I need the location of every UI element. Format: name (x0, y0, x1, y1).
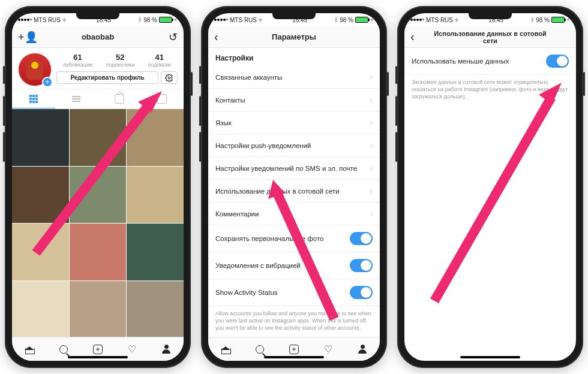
saved-icon (157, 94, 167, 104)
chevron-right-icon: › (370, 73, 373, 82)
settings-toggle-row[interactable]: Сохранять первоначальные фото (208, 225, 380, 252)
row-label: Настройки уведомлений по SMS и эл. почте (215, 165, 370, 172)
nav-profile[interactable] (149, 337, 184, 361)
add-user-icon[interactable]: +👤 (18, 31, 38, 44)
chevron-right-icon: › (370, 186, 373, 195)
photo-thumbnail[interactable] (127, 109, 184, 166)
photo-thumbnail[interactable] (12, 224, 69, 280)
settings-toggle-row[interactable]: Show Activity Status (208, 279, 380, 306)
history-icon[interactable] (169, 31, 178, 44)
photo-thumbnail[interactable] (12, 281, 69, 337)
page-title: Использование данных в сотовой сети (432, 30, 548, 44)
settings-toggle-row[interactable]: Уведомления с вибрацией (208, 252, 380, 279)
photo-thumbnail[interactable] (127, 224, 184, 280)
search-icon (59, 345, 68, 354)
toggle-switch[interactable] (350, 286, 373, 299)
battery-icon (159, 17, 172, 23)
photos-of-you-icon (115, 94, 124, 104)
heart-icon: ♡ (128, 343, 136, 355)
photo-thumbnail[interactable] (12, 167, 69, 224)
plus-icon: + (93, 345, 103, 354)
chevron-right-icon: › (370, 141, 373, 150)
wifi-icon: ᯤ (62, 17, 68, 23)
add-story-badge[interactable]: + (42, 77, 53, 88)
username[interactable]: obaobab (40, 32, 156, 41)
settings-button[interactable] (161, 71, 178, 84)
section-header: Настройки (208, 48, 380, 66)
settings-row[interactable]: Настройки push-уведомлений› (208, 134, 380, 157)
charging-icon: ⚡︎ (174, 17, 178, 23)
tab-saved[interactable] (141, 89, 184, 108)
settings-row[interactable]: Связанные аккаунты› (208, 66, 380, 89)
svg-point-0 (168, 77, 170, 79)
toggle-switch[interactable] (350, 232, 373, 245)
avatar[interactable]: + (18, 53, 52, 86)
bluetooth-icon: ᛒ (139, 17, 142, 23)
nav-home[interactable] (208, 337, 242, 361)
photo-thumbnail[interactable] (70, 281, 127, 337)
nav-profile[interactable] (346, 337, 380, 361)
cellular-header: ‹ Использование данных в сотовой сети (404, 26, 576, 48)
row-label: Комментарии (215, 210, 370, 218)
stat-posts[interactable]: 61публикации (63, 53, 92, 68)
back-button[interactable]: ‹ (214, 30, 218, 44)
toggle-label: Использовать меньше данных (412, 58, 546, 65)
chevron-right-icon: › (370, 118, 373, 127)
settings-row[interactable]: Комментарии› (208, 203, 380, 225)
edit-profile-button[interactable]: Редактировать профиль (56, 71, 158, 84)
chevron-right-icon: › (370, 209, 373, 218)
settings-header: ‹ Параметры (208, 26, 380, 48)
back-button[interactable]: ‹ (410, 30, 415, 44)
settings-row[interactable]: Язык› (208, 111, 380, 134)
gear-icon (165, 74, 173, 82)
row-label: Show Activity Status (215, 289, 350, 296)
tab-tagged[interactable] (98, 89, 141, 108)
photo-thumbnail[interactable] (70, 109, 127, 166)
signal-icon (18, 19, 32, 21)
person-icon (161, 345, 171, 354)
row-label: Настройки push-уведомлений (215, 142, 370, 149)
list-icon (72, 96, 80, 102)
nav-home[interactable] (12, 337, 46, 361)
profile-header: +👤 obaobab (12, 26, 184, 48)
toggle-switch[interactable] (350, 259, 373, 272)
settings-row[interactable]: Контакты› (208, 89, 380, 111)
row-label: Связанные аккаунты (215, 74, 370, 81)
chevron-right-icon: › (370, 95, 373, 104)
activity-footnote: Allow accounts you follow and anyone you… (208, 306, 380, 337)
use-less-data-toggle[interactable] (546, 55, 569, 68)
row-label: Использование данных в сотовой сети (215, 188, 370, 195)
settings-row[interactable]: Использование данных в сотовой сети› (208, 180, 380, 203)
row-label: Сохранять первоначальные фото (215, 235, 350, 242)
settings-row[interactable]: Настройки уведомлений по SMS и эл. почте… (208, 157, 380, 180)
home-icon (25, 345, 34, 354)
grid-icon (29, 95, 38, 103)
page-title: Параметры (236, 32, 352, 41)
photo-thumbnail[interactable] (127, 281, 184, 337)
row-label: Язык (215, 119, 370, 126)
photo-thumbnail[interactable] (12, 109, 69, 166)
data-footnote: Экономия данных в сотовой сети может отр… (404, 75, 576, 106)
stat-followers[interactable]: 52подписчики (106, 53, 134, 68)
row-label: Контакты (215, 96, 370, 104)
use-less-data-row[interactable]: Использовать меньше данных (404, 48, 576, 75)
stat-following[interactable]: 41подписки (148, 53, 171, 68)
chevron-right-icon: › (370, 164, 373, 173)
photo-thumbnail[interactable] (127, 167, 184, 224)
row-label: Уведомления с вибрацией (215, 262, 350, 269)
photo-thumbnail[interactable] (70, 167, 127, 224)
carrier: MTS RUS (34, 17, 61, 23)
photo-thumbnail[interactable] (70, 224, 127, 280)
tab-grid[interactable] (12, 89, 55, 108)
tab-list[interactable] (55, 89, 98, 108)
photo-grid (12, 109, 184, 337)
battery-pct: 98 % (143, 17, 157, 23)
